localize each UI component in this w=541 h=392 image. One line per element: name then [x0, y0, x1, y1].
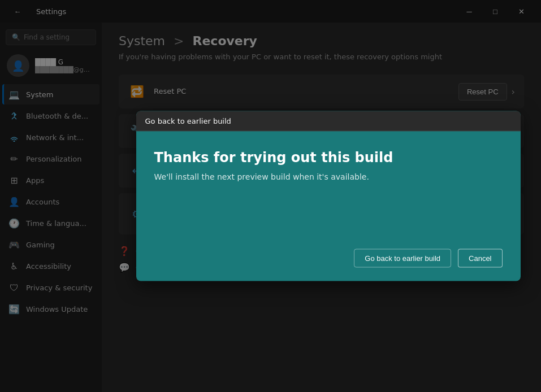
- dialog-subtitle: We'll install the next preview build whe…: [154, 172, 503, 181]
- go-back-dialog: Go back to earlier build Thanks for tryi…: [136, 111, 521, 281]
- dialog-header: Go back to earlier build: [136, 111, 521, 132]
- dialog-body: Thanks for trying out this build We'll i…: [136, 132, 521, 240]
- dialog-footer: Go back to earlier build Cancel: [136, 240, 521, 281]
- dialog-header-title: Go back to earlier build: [145, 117, 231, 125]
- cancel-button[interactable]: Cancel: [458, 249, 502, 268]
- go-back-earlier-button[interactable]: Go back to earlier build: [354, 249, 451, 268]
- dialog-title: Thanks for trying out this build: [154, 150, 503, 165]
